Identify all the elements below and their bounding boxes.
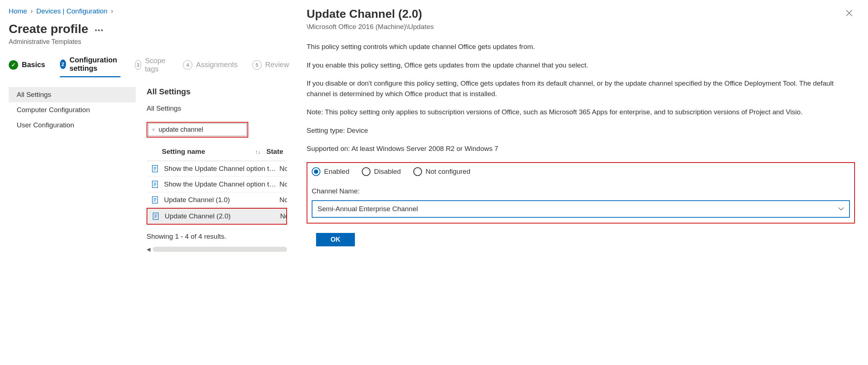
document-icon: [152, 196, 158, 204]
channel-name-select[interactable]: Semi-Annual Enterprise Channel: [312, 200, 850, 218]
radio-icon: [413, 167, 422, 176]
wizard-stepper: ✓ Basics 2 Configuration settings 3 Scop…: [9, 56, 287, 78]
panel-description: Note: This policy setting only applies t…: [307, 107, 855, 118]
table-row[interactable]: Show the Update Channel option to allo… …: [147, 177, 287, 192]
row-highlight-box: Update Channel (2.0) Not c: [147, 208, 287, 225]
radio-not-configured[interactable]: Not configured: [413, 167, 471, 177]
step-number-icon: 2: [60, 60, 66, 69]
table-row[interactable]: Show the Update Channel option to allo… …: [147, 161, 287, 177]
step-number-icon: 4: [183, 60, 192, 70]
close-icon: [846, 9, 853, 17]
panel-description: This policy setting controls which updat…: [307, 42, 855, 52]
sidenav-all-settings[interactable]: All Settings: [9, 87, 136, 102]
table-row[interactable]: Update Channel (1.0) Not c: [147, 192, 287, 208]
step-label: Assignments: [196, 61, 238, 69]
filter-icon: [152, 127, 155, 133]
horizontal-scrollbar[interactable]: ◀: [147, 246, 287, 252]
more-button[interactable]: •••: [95, 27, 104, 34]
step-configuration-settings[interactable]: 2 Configuration settings: [60, 56, 120, 77]
step-label: Scope tags: [145, 57, 168, 73]
step-number-icon: 5: [252, 60, 262, 70]
radio-label: Not configured: [426, 167, 471, 177]
step-label: Review: [265, 61, 289, 69]
row-name: Update Channel (1.0): [164, 196, 279, 204]
check-icon: ✓: [9, 60, 18, 70]
content-row: All Settings Computer Configuration User…: [9, 87, 287, 252]
state-radio-group: Enabled Disabled Not configured: [312, 167, 850, 177]
settings-subheading: All Settings: [147, 104, 287, 112]
row-name: Show the Update Channel option to allo…: [164, 180, 279, 188]
settings-heading: All Settings: [147, 87, 287, 97]
channel-name-label: Channel Name:: [312, 186, 850, 197]
breadcrumb: Home › Devices | Configuration ›: [9, 7, 287, 15]
row-state: Not c: [279, 196, 287, 204]
step-scope-tags[interactable]: 3 Scope tags: [135, 57, 169, 77]
page-title-row: Create profile •••: [9, 22, 287, 36]
setting-type: Setting type: Device: [307, 126, 855, 136]
chevron-down-icon: [838, 207, 844, 211]
panel-title: Update Channel (2.0): [307, 7, 434, 21]
panel-description: If you disable or don't configure this p…: [307, 78, 855, 99]
column-setting-name[interactable]: Setting name ↑↓: [147, 148, 266, 156]
step-review[interactable]: 5 Review: [252, 60, 289, 73]
step-basics[interactable]: ✓ Basics: [9, 60, 45, 73]
step-assignments[interactable]: 4 Assignments: [183, 60, 238, 73]
supported-on: Supported on: At least Windows Server 20…: [307, 144, 855, 154]
scroll-left-icon[interactable]: ◀: [147, 246, 151, 252]
radio-icon: [312, 167, 320, 176]
step-label: Configuration settings: [70, 56, 120, 73]
row-name: Update Channel (2.0): [165, 212, 280, 220]
search-highlight-box: [147, 122, 248, 138]
row-name: Show the Update Channel option to allo…: [164, 165, 279, 173]
left-pane: Home › Devices | Configuration › Create …: [0, 0, 296, 365]
table-row[interactable]: Update Channel (2.0) Not c: [147, 209, 286, 224]
document-icon: [152, 165, 158, 172]
radio-disabled[interactable]: Disabled: [362, 167, 401, 177]
sort-icon[interactable]: ↑↓: [255, 149, 261, 155]
panel-path: \Microsoft Office 2016 (Machine)\Updates: [307, 23, 434, 31]
row-state: Not c: [280, 212, 286, 220]
ok-button[interactable]: OK: [316, 233, 355, 246]
column-label: Setting name: [162, 148, 205, 156]
row-state: Not c: [279, 180, 287, 188]
panel-description: If you enable this policy setting, Offic…: [307, 60, 855, 71]
radio-icon: [362, 167, 370, 176]
chevron-right-icon: ›: [31, 8, 33, 15]
results-count: Showing 1 - 4 of 4 results.: [147, 233, 287, 241]
panel-body: This policy setting controls which updat…: [307, 42, 855, 246]
detail-panel: Update Channel (2.0) \Microsoft Office 2…: [296, 0, 868, 365]
page-subtitle: Administrative Templates: [9, 38, 287, 46]
close-button[interactable]: [843, 7, 855, 21]
document-icon: [152, 181, 158, 188]
breadcrumb-home[interactable]: Home: [9, 7, 27, 15]
panel-header: Update Channel (2.0) \Microsoft Office 2…: [307, 7, 855, 42]
step-label: Basics: [22, 61, 45, 69]
select-value: Semi-Annual Enterprise Channel: [318, 204, 418, 214]
chevron-right-icon: ›: [111, 8, 113, 15]
page-title: Create profile: [9, 22, 88, 36]
radio-label: Disabled: [374, 167, 401, 177]
search-box[interactable]: [148, 123, 247, 136]
radio-enabled[interactable]: Enabled: [312, 167, 349, 177]
row-state: Not c: [279, 165, 287, 173]
document-icon: [152, 213, 159, 220]
search-input[interactable]: [159, 126, 243, 134]
table-header: Setting name ↑↓ State: [147, 141, 287, 161]
breadcrumb-devices-config[interactable]: Devices | Configuration: [36, 7, 107, 15]
scroll-track[interactable]: [153, 247, 287, 252]
settings-sidenav: All Settings Computer Configuration User…: [9, 87, 136, 252]
sidenav-computer-configuration[interactable]: Computer Configuration: [9, 102, 136, 118]
step-number-icon: 3: [135, 60, 142, 70]
radio-highlight-box: Enabled Disabled Not configured Channel …: [307, 162, 855, 224]
settings-main: All Settings All Settings Setting name ↑…: [147, 87, 287, 252]
radio-label: Enabled: [324, 167, 349, 177]
column-state[interactable]: State: [266, 148, 283, 156]
sidenav-user-configuration[interactable]: User Configuration: [9, 118, 136, 133]
